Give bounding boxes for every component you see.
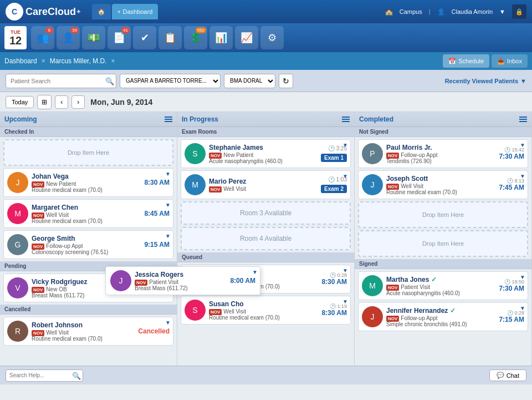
- icon-toolbar: TUE 12 👥 8 👤 39 💵 📄 41 ✔ 📋 💲 592 📊 📈 ⚙: [0, 23, 532, 52]
- toolbar-analytics-icon[interactable]: 📈: [235, 26, 258, 49]
- dropdown-robert[interactable]: ▼: [165, 320, 171, 326]
- signed-section: Signed: [355, 259, 531, 269]
- patient-card-robert[interactable]: R Robert Johnson NOVWell Visit Routine m…: [3, 317, 173, 346]
- recently-viewed-button[interactable]: Recently Viewed Patients ▼: [445, 78, 526, 84]
- dropdown-margaret[interactable]: ▼: [165, 202, 171, 208]
- in-progress-title: In Progress: [182, 115, 218, 123]
- avatar-robert: R: [7, 321, 28, 342]
- toolbar-messages-icon[interactable]: 👤 39: [57, 26, 80, 49]
- inbox-button[interactable]: 📥 Inbox: [492, 54, 528, 68]
- info-jennifer: Jennifer Hernandez ✓ NOVFollow-up Appt S…: [386, 307, 495, 327]
- schedule-button[interactable]: 📅 Schedule: [443, 54, 489, 68]
- dropdown-peter[interactable]: ▼: [342, 267, 348, 274]
- visit-george: Follow-up Appt: [46, 243, 83, 249]
- dropdown-paul[interactable]: ▼: [520, 142, 525, 148]
- search-help-button[interactable]: 🔍: [72, 371, 81, 379]
- patient-card-jennifer[interactable]: J Jennifer Hernandez ✓ NOVFollow-up Appt…: [358, 302, 528, 331]
- visit-johan: New Patient: [46, 181, 76, 187]
- code-stephanie: Acute nasopharyngitis (460.0): [209, 158, 318, 164]
- avatar-jessica: J: [110, 270, 131, 291]
- checked-in-section: Checked In: [0, 127, 177, 137]
- dropdown-martha[interactable]: ▼: [520, 274, 525, 280]
- location-select[interactable]: BMA DORAL: [224, 74, 275, 88]
- toolbar-settings-icon[interactable]: ⚙: [260, 26, 284, 49]
- room-label-stephanie: Exam 1: [321, 154, 347, 162]
- dropdown-johan[interactable]: ▼: [165, 171, 171, 177]
- toolbar-patients-icon[interactable]: 👥 8: [31, 26, 54, 49]
- toolbar-chart-icon[interactable]: 📊: [209, 26, 233, 49]
- appt-time-susan: 8:30 AM: [321, 309, 347, 317]
- tab-blue-lagoon[interactable]: ● Dashboard: [112, 4, 158, 19]
- name-george: George Smith: [32, 235, 141, 242]
- close-doctor-tab[interactable]: ×: [111, 57, 115, 65]
- patient-card-susan[interactable]: S Susan Cho NOVWell Visit Routine medica…: [181, 296, 351, 325]
- in-progress-menu-icon[interactable]: [342, 117, 350, 122]
- avatar-johan: J: [7, 172, 28, 193]
- dashboard-tab[interactable]: Dashboard: [4, 57, 37, 65]
- search-help-input[interactable]: [6, 369, 83, 382]
- nav-icons: 🏫 Campus | 👤 Claudia Amorin ▼ 🔒: [385, 4, 526, 19]
- dropdown-stephanie[interactable]: ▼: [342, 142, 348, 148]
- toolbar-docs-icon[interactable]: 📄 41: [108, 26, 131, 49]
- dropdown-mario[interactable]: ▼: [342, 173, 348, 179]
- visit-mario: Well Visit: [223, 186, 246, 192]
- toolbar-forms-icon[interactable]: 📋: [158, 26, 182, 49]
- home-tab[interactable]: 🏠: [92, 4, 111, 19]
- not-signed-section: Not Signed: [355, 127, 531, 137]
- provider-select[interactable]: GASPAR A BARRETO TORRE...: [120, 74, 221, 88]
- time-area-peter: 🕐 0:28 8:30 AM: [321, 272, 347, 286]
- logo-star: ✦: [76, 8, 81, 16]
- room-card-mario[interactable]: M Mario Perez NOVWell Visit 🕐 1:03 Exam …: [181, 170, 351, 199]
- name-robert: Robert Johnson: [32, 321, 135, 329]
- code-martha: Acute nasopharyngitis (460.0): [386, 290, 495, 296]
- patient-card-martha[interactable]: M Martha Jones ✓ NOVPatient Visit Acute …: [358, 271, 528, 300]
- visit-joseph: Well Visit: [401, 183, 423, 189]
- doctor-tab[interactable]: Marcus Miller, M.D.: [50, 57, 107, 65]
- room-header-stephanie: S Stephanie James NOVNew Patient Acute n…: [185, 143, 347, 164]
- code-jessica: Breast Mass (611.72): [135, 285, 227, 291]
- inbox-icon: 📥: [497, 58, 505, 65]
- time-area-paul: 🕐 15:42 7:30 AM: [499, 147, 524, 160]
- dropdown-jennifer[interactable]: ▼: [520, 305, 525, 311]
- popup-jessica-card[interactable]: J Jessica Rogers NOVPatient Visit Breast…: [105, 266, 260, 295]
- visit-stephanie: New Patient: [223, 152, 253, 158]
- info-johan: Johan Vega NOVNew Patient Routine medica…: [32, 173, 141, 193]
- chat-button[interactable]: 💬 Chat: [489, 369, 526, 381]
- upcoming-header: Upcoming: [0, 112, 177, 127]
- dropdown-susan[interactable]: ▼: [342, 298, 348, 305]
- toolbar-billing-icon[interactable]: 💲 592: [184, 26, 207, 49]
- patient-card-paul[interactable]: P Paul Morris Jr. NOVFollow-up Appt Tend…: [358, 139, 528, 168]
- dropdown-jessica[interactable]: ▼: [252, 269, 258, 275]
- user-dropdown-icon[interactable]: ▼: [499, 8, 505, 15]
- grid-view-button[interactable]: ⊞: [37, 95, 52, 109]
- dropdown-joseph[interactable]: ▼: [520, 173, 525, 179]
- app-logo: C CareCloud ✦: [6, 3, 81, 21]
- patient-card-george[interactable]: G George Smith NOVFollow-up Appt Colonos…: [3, 230, 173, 259]
- avatar-george: G: [7, 234, 28, 255]
- upcoming-menu-icon[interactable]: [165, 117, 172, 122]
- room-card-stephanie[interactable]: S Stephanie James NOVNew Patient Acute n…: [181, 139, 351, 168]
- close-dashboard[interactable]: ×: [42, 57, 45, 65]
- avatar-vicky: V: [7, 277, 28, 298]
- next-date-button[interactable]: ›: [71, 95, 85, 109]
- prev-date-button[interactable]: ‹: [55, 95, 68, 109]
- drop-zone-2: Drop Item Here: [358, 230, 528, 257]
- upcoming-title: Upcoming: [4, 115, 37, 123]
- visit-jessica: Patient Visit: [149, 279, 178, 285]
- code-joseph: Routine medical exam (70.0): [386, 189, 495, 195]
- patient-card-johan[interactable]: J Johan Vega NOVNew Patient Routine medi…: [3, 168, 173, 197]
- patient-search-button[interactable]: 🔍: [105, 77, 114, 85]
- today-button[interactable]: Today: [6, 96, 34, 108]
- current-date: Mon, Jun 9, 2014: [90, 98, 152, 107]
- toolbar-money-icon[interactable]: 💵: [82, 26, 105, 49]
- refresh-button[interactable]: ↻: [279, 74, 293, 88]
- patient-card-margaret[interactable]: M Margaret Chen NOVWell Visit Routine me…: [3, 199, 173, 228]
- patient-search-input[interactable]: [6, 74, 116, 88]
- info-margaret: Margaret Chen NOVWell Visit Routine medi…: [32, 204, 141, 224]
- completed-menu-icon[interactable]: [519, 117, 527, 122]
- patient-card-joseph[interactable]: J Joseph Scott NOVWell Visit Routine med…: [358, 170, 528, 199]
- name-paul: Paul Morris Jr.: [386, 144, 495, 151]
- toolbar-check-icon[interactable]: ✔: [133, 26, 156, 49]
- lock-icon[interactable]: 🔒: [512, 4, 526, 19]
- dropdown-george[interactable]: ▼: [165, 233, 171, 239]
